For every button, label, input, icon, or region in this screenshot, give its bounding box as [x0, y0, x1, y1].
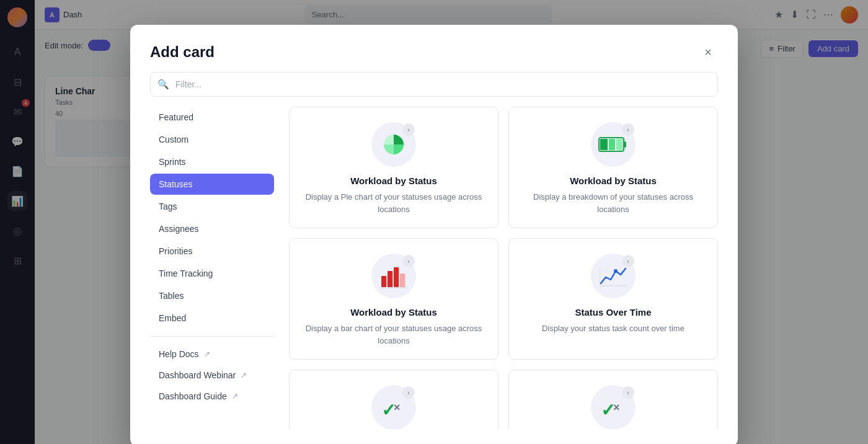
card-icon-wrapper-4: › — [591, 254, 636, 298]
sidebar-nav-custom[interactable]: Custom — [150, 129, 274, 150]
card-desc-4: Display your status task count over time — [542, 322, 684, 335]
svg-text:×: × — [394, 401, 401, 414]
card-icon-wrapper-5: ✓ × › — [371, 385, 416, 429]
card-icon-wrapper-1: › — [371, 122, 416, 167]
card-icon-wrapper-2: › — [591, 122, 636, 167]
modal-close-button[interactable]: × — [698, 42, 718, 62]
card-arrow-icon-6: › — [622, 386, 634, 399]
card-title-4: Status Over Time — [575, 307, 651, 317]
cards-grid: › Workload by Status Display a Pie chart… — [289, 107, 718, 429]
modal-header: Add card × — [130, 25, 738, 72]
card-arrow-icon-3: › — [402, 255, 415, 267]
modal-title: Add card — [150, 43, 215, 61]
card-title-1: Workload by Status — [350, 175, 437, 186]
modal-body: Featured Custom Sprints Statuses Tags As… — [130, 107, 738, 444]
card-desc-3: Display a bar chart of your statuses usa… — [302, 322, 485, 347]
pie-chart-icon — [381, 131, 407, 158]
svg-rect-2 — [624, 141, 626, 148]
card-arrow-icon-4: › — [622, 255, 634, 267]
card-tasks-in-progress[interactable]: ✓ × › Number of Tasks in Progress See ho… — [289, 370, 498, 429]
card-arrow-icon-1: › — [402, 123, 415, 136]
card-tasks-closed[interactable]: ✓ × › Number of Tasks Closed See how man… — [508, 370, 718, 429]
bar-chart-icon — [380, 264, 407, 288]
sidebar-nav-tags[interactable]: Tags — [150, 196, 274, 217]
card-icon-wrapper-6: ✓ × › — [591, 385, 636, 429]
check-progress-icon: ✓ × — [380, 395, 407, 420]
svg-rect-3 — [600, 139, 608, 150]
external-link-icon-2: ↗ — [241, 371, 247, 380]
sidebar-nav-sprints[interactable]: Sprints — [150, 151, 274, 172]
card-desc-2: Display a breakdown of your statuses acr… — [521, 191, 705, 215]
sidebar-nav-time-tracking[interactable]: Time Tracking — [150, 263, 274, 284]
svg-rect-6 — [381, 276, 386, 287]
check-closed-icon: ✓ × — [600, 395, 627, 420]
sidebar-nav-embed[interactable]: Embed — [150, 308, 274, 329]
card-workload-bar[interactable]: › Workload by Status Display a bar chart… — [289, 238, 498, 360]
svg-rect-4 — [609, 139, 615, 150]
dashboard-webinar-label: Dashboard Webinar — [159, 370, 236, 380]
card-status-over-time[interactable]: › Status Over Time Display your status t… — [508, 238, 718, 360]
sidebar-divider — [150, 336, 274, 337]
dashboard-guide-label: Dashboard Guide — [159, 391, 227, 401]
help-docs-label: Help Docs — [159, 349, 199, 359]
card-workload-pie[interactable]: › Workload by Status Display a Pie chart… — [289, 107, 498, 228]
modal-filter-input[interactable] — [150, 72, 718, 97]
modal-overlay[interactable]: Add card × 🔍 Featured Custom Sprints Sta… — [0, 0, 868, 444]
sidebar-nav-featured[interactable]: Featured — [150, 107, 274, 128]
card-arrow-icon-2: › — [622, 123, 634, 136]
svg-rect-8 — [394, 267, 399, 287]
sidebar-nav-tables[interactable]: Tables — [150, 285, 274, 306]
card-icon-wrapper-3: › — [371, 254, 416, 298]
external-link-icon-3: ↗ — [232, 392, 238, 401]
line-chart-icon — [600, 265, 627, 287]
card-title-2: Workload by Status — [570, 175, 657, 186]
card-workload-breakdown[interactable]: › Workload by Status Display a breakdown… — [508, 107, 718, 228]
add-card-modal: Add card × 🔍 Featured Custom Sprints Sta… — [130, 25, 738, 444]
sidebar-nav-assignees[interactable]: Assignees — [150, 218, 274, 239]
svg-rect-5 — [616, 139, 622, 150]
card-desc-1: Display a Pie chart of your statuses usa… — [302, 191, 485, 215]
external-link-icon: ↗ — [204, 350, 210, 358]
card-arrow-icon-5: › — [402, 386, 415, 399]
sidebar-nav-priorities[interactable]: Priorities — [150, 241, 274, 262]
sidebar-dashboard-webinar[interactable]: Dashboard Webinar ↗ — [150, 365, 274, 385]
sidebar-dashboard-guide[interactable]: Dashboard Guide ↗ — [150, 386, 274, 406]
svg-point-11 — [614, 269, 618, 273]
svg-rect-9 — [400, 273, 405, 287]
modal-search-container: 🔍 — [150, 72, 718, 97]
search-icon: 🔍 — [157, 79, 169, 90]
sidebar-nav-statuses[interactable]: Statuses — [150, 174, 274, 195]
svg-text:×: × — [613, 401, 620, 414]
svg-rect-7 — [388, 271, 392, 287]
battery-chart-icon — [598, 135, 628, 154]
card-title-3: Workload by Status — [350, 307, 437, 317]
modal-sidebar: Featured Custom Sprints Statuses Tags As… — [150, 107, 274, 429]
sidebar-help-docs[interactable]: Help Docs ↗ — [150, 344, 274, 364]
